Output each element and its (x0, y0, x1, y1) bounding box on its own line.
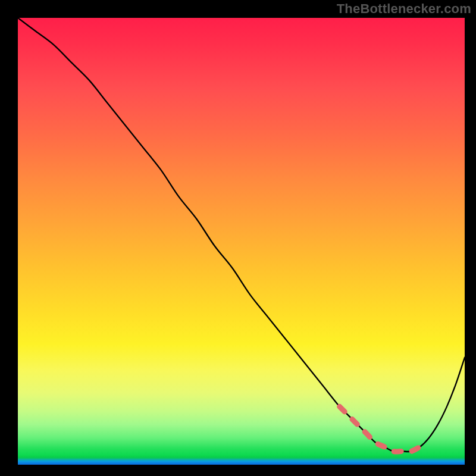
chart-stage: TheBottlenecker.com (0, 0, 476, 476)
watermark-text: TheBottlenecker.com (337, 1, 471, 17)
optimal-range-marker (340, 406, 420, 452)
curve-layer (18, 18, 465, 465)
bottleneck-curve (18, 18, 465, 452)
plot-frame (18, 18, 465, 465)
